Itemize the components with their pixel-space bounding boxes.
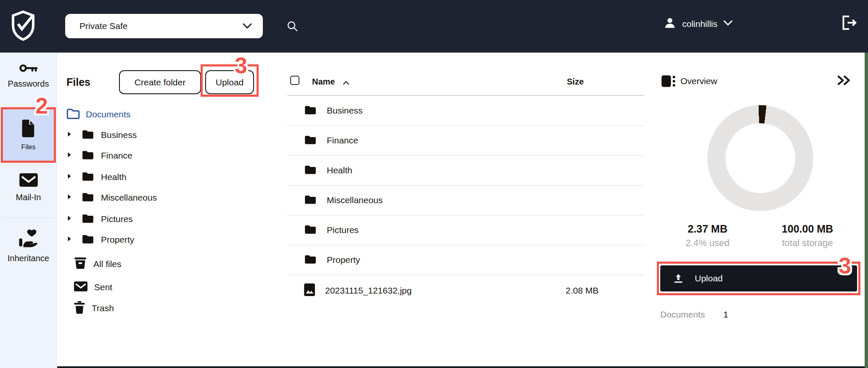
logout-icon[interactable]	[840, 14, 857, 33]
tree-item-business[interactable]: Business	[67, 126, 137, 144]
tree-item-label: Property	[101, 235, 134, 245]
tree-item-label: Documents	[86, 109, 130, 119]
total-storage-caption: total storage	[767, 238, 847, 249]
tree-item-health[interactable]: Health	[67, 168, 127, 186]
row-name: Miscellaneous	[327, 195, 383, 205]
folder-icon	[304, 164, 317, 176]
folder-icon	[82, 171, 94, 183]
row-name: Health	[327, 165, 352, 175]
folder-icon	[82, 129, 94, 141]
sidebar-item-label: Mail-In	[16, 193, 41, 202]
create-folder-button[interactable]: Create folder	[119, 70, 201, 94]
archive-icon	[74, 257, 87, 271]
sort-ascending-icon[interactable]	[343, 79, 349, 87]
bottom-edge	[0, 366, 865, 368]
table-row[interactable]: Miscellaneous	[287, 185, 644, 215]
tree-item-label: Trash	[92, 303, 114, 313]
table-row[interactable]: Finance	[287, 126, 644, 156]
folder-icon	[304, 224, 317, 236]
file-icon	[21, 119, 36, 139]
storage-donut-chart	[707, 105, 813, 211]
table-row[interactable]: Pictures	[287, 215, 644, 245]
folder-icon	[82, 192, 94, 204]
documents-count-label: Documents	[660, 310, 705, 320]
table-row[interactable]: Business	[287, 96, 644, 126]
folder-icon	[304, 105, 317, 116]
column-header-name[interactable]: Name	[312, 77, 335, 87]
tree-item-property[interactable]: Property	[67, 230, 134, 249]
folder-icon	[304, 135, 317, 146]
tree-item-trash[interactable]: Trash	[74, 299, 114, 318]
table-row[interactable]: Health	[287, 156, 644, 185]
folder-icon	[82, 150, 94, 161]
top-bar: Private Safe colinhillis	[0, 0, 868, 53]
search-icon[interactable]	[286, 20, 299, 34]
table-row[interactable]: 20231115_121632.jpg 2.08 MB	[287, 275, 644, 305]
user-name: colinhillis	[682, 19, 717, 29]
envelope-icon	[74, 281, 87, 293]
row-name: Property	[327, 255, 360, 265]
overview-upload-label: Upload	[695, 273, 723, 283]
table-row[interactable]: Property	[287, 245, 644, 275]
shield-logo-icon	[11, 10, 35, 41]
tree-item-label: All files	[93, 259, 122, 269]
sidebar-item-label: Files	[21, 143, 36, 151]
row-size: 2.08 MB	[566, 286, 598, 296]
column-header-size[interactable]: Size	[567, 77, 584, 87]
row-name: 20231115_121632.jpg	[325, 286, 412, 296]
folder-icon	[304, 254, 317, 266]
tree-item-all-files[interactable]: All files	[74, 255, 122, 273]
overview-title: Overview	[680, 76, 717, 86]
user-menu[interactable]: colinhillis	[664, 17, 733, 31]
chevron-down-icon	[243, 23, 252, 31]
row-name: Finance	[327, 135, 358, 146]
safe-selector-value: Private Safe	[79, 21, 127, 31]
overview-upload-button[interactable]: Upload	[660, 265, 857, 291]
select-all-checkbox[interactable]	[290, 76, 299, 85]
sidebar-item-passwords[interactable]: Passwords	[0, 63, 57, 89]
tree-item-label: Miscellaneous	[101, 193, 157, 203]
page-title: Files	[66, 76, 90, 88]
tree-item-finance[interactable]: Finance	[67, 146, 132, 165]
tree-item-miscellaneous[interactable]: Miscellaneous	[67, 188, 157, 207]
tree-item-label: Business	[101, 130, 137, 140]
tree-item-documents[interactable]: Documents	[66, 105, 130, 124]
caret-right-icon[interactable]	[67, 131, 71, 139]
folder-icon	[82, 234, 94, 246]
upload-icon	[673, 273, 684, 284]
app-window: Private Safe colinhillis	[0, 0, 868, 368]
folder-open-icon	[66, 108, 80, 121]
tree-item-sent[interactable]: Sent	[74, 278, 112, 297]
documents-count-value: 1	[723, 310, 728, 320]
safe-selector-dropdown[interactable]: Private Safe	[65, 14, 263, 38]
chevron-down-icon	[723, 20, 733, 28]
row-name: Pictures	[327, 225, 359, 235]
sidebar-divider	[3, 217, 53, 218]
overview-icon	[661, 74, 675, 90]
sidebar-item-inheritance[interactable]: Inheritance	[0, 229, 57, 263]
sidebar-item-label: Passwords	[8, 79, 49, 89]
key-icon	[19, 63, 38, 75]
sidebar-item-label: Inheritance	[8, 254, 49, 263]
upload-button[interactable]: Upload	[205, 70, 254, 94]
envelope-icon	[19, 173, 38, 188]
trash-icon	[74, 301, 85, 315]
used-storage-caption: 2.4% used	[671, 238, 744, 249]
row-name: Business	[327, 106, 363, 116]
right-edge-strip	[865, 53, 868, 368]
caret-right-icon[interactable]	[67, 152, 71, 159]
user-icon	[664, 17, 676, 31]
tree-item-label: Health	[101, 172, 127, 182]
tree-item-pictures[interactable]: Pictures	[67, 210, 133, 228]
collapse-panel-icon[interactable]	[837, 75, 851, 87]
caret-right-icon[interactable]	[67, 173, 71, 181]
caret-right-icon[interactable]	[67, 194, 71, 201]
sidebar-item-mail-in[interactable]: Mail-In	[0, 173, 57, 202]
main-sidebar	[0, 53, 57, 368]
caret-right-icon[interactable]	[67, 215, 71, 223]
image-file-icon	[304, 283, 315, 298]
caret-right-icon[interactable]	[67, 236, 71, 244]
total-storage-value: 100.00 MB	[767, 223, 847, 235]
sidebar-item-files[interactable]: Files	[1, 107, 56, 163]
folder-icon	[304, 194, 317, 206]
